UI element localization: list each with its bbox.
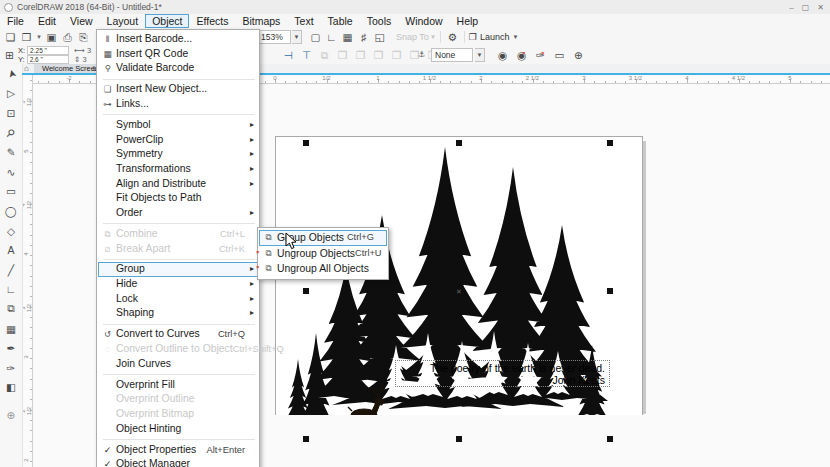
menu-item-align-and-distribute[interactable]: Align and Distribute: [98, 177, 258, 192]
selection-handle[interactable]: [456, 436, 462, 442]
menu-item-insert-barcode[interactable]: ⫴ Insert Barcode...: [98, 32, 258, 47]
toolbar-button-show-rulers[interactable]: ∟: [324, 28, 339, 46]
y-position-field[interactable]: 2.6 ": [27, 55, 69, 64]
menu-bitmaps[interactable]: Bitmaps: [235, 14, 287, 28]
close-button[interactable]: ✕: [817, 3, 824, 12]
menu-item-validate-barcode[interactable]: ⚲ Validate Barcode: [98, 61, 258, 76]
selection-handle[interactable]: [303, 288, 309, 294]
selection-handle[interactable]: [607, 288, 613, 294]
menu-object[interactable]: Object: [145, 14, 189, 28]
selection-handle[interactable]: [456, 140, 462, 146]
menu-item-object-properties[interactable]: Object Properties Alt+Enter: [98, 443, 258, 458]
tool-mesh-fill-tool[interactable]: ▦: [0, 319, 22, 339]
selection-handle[interactable]: [607, 436, 613, 442]
launch-button[interactable]: ❐ Launch ▼: [469, 32, 519, 42]
toolbar-button-export[interactable]: ◱: [372, 28, 387, 46]
tool-polygon-tool[interactable]: ◇: [0, 221, 22, 241]
options-gear-icon[interactable]: ⚙: [445, 28, 460, 46]
menu-help[interactable]: Help: [450, 14, 486, 28]
tool-artistic-media-tool[interactable]: ∿: [0, 162, 22, 182]
menu-item-symmetry[interactable]: Symmetry: [98, 147, 258, 162]
selection-handle[interactable]: [303, 436, 309, 442]
property-button-trim[interactable]: ❐: [353, 46, 368, 64]
property-button-remove-fill[interactable]: ◉: [514, 46, 529, 64]
toolbar-button-full-screen-preview[interactable]: ▢: [308, 28, 323, 46]
menu-item-convert-outline-to-object[interactable]: ◌ Convert Outline to Object Ctrl+Shift+Q: [98, 342, 258, 357]
menu-item-group[interactable]: Group: [98, 262, 258, 277]
tool-dimension-tool[interactable]: ╱: [0, 260, 22, 280]
menu-item-transformations[interactable]: Transformations: [98, 162, 258, 177]
menu-item-fit-objects-to-path[interactable]: Fit Objects to Path: [98, 191, 258, 206]
menu-item-lock[interactable]: Lock: [98, 292, 258, 307]
menu-item-object-hinting[interactable]: Object Hinting: [98, 422, 258, 437]
menu-item-shaping[interactable]: Shaping: [98, 306, 258, 321]
property-button-remove-outline[interactable]: ✑: [533, 46, 548, 64]
toolbar-button-save[interactable]: ▣: [44, 28, 59, 46]
menu-item-overprint-outline[interactable]: Overprint Outline: [98, 392, 258, 407]
menu-window[interactable]: Window: [398, 14, 449, 28]
submenu-item-ungroup-objects[interactable]: ⧉ Ungroup Objects Ctrl+U: [259, 246, 387, 262]
x-position-field[interactable]: 2.25 ": [27, 46, 69, 55]
tool-ellipse-tool[interactable]: ◯: [0, 201, 22, 221]
menu-item-symbol[interactable]: Symbol: [98, 118, 258, 133]
menu-tools[interactable]: Tools: [360, 14, 399, 28]
home-icon[interactable]: ⌂: [24, 64, 29, 73]
property-button-combine[interactable]: ⧉: [317, 46, 332, 64]
menu-item-insert-new-object[interactable]: ❏ Insert New Object...: [98, 82, 258, 97]
tool-text-tool[interactable]: A: [0, 240, 22, 260]
minimize-button[interactable]: –: [789, 3, 793, 12]
width-field-fragment[interactable]: ⟷ 3: [74, 47, 91, 55]
tool-freehand-tool[interactable]: ✎: [0, 142, 22, 162]
toolbar-button-print[interactable]: ⎙: [60, 28, 75, 46]
menu-file[interactable]: File: [0, 14, 31, 28]
menu-edit[interactable]: Edit: [31, 14, 63, 28]
menu-item-hide[interactable]: Hide: [98, 277, 258, 292]
menu-view[interactable]: View: [63, 14, 100, 28]
tool-rectangle-tool[interactable]: ▭: [0, 182, 22, 202]
property-button-mirror-horizontal[interactable]: ⊣: [281, 46, 296, 64]
toolbar-button-open-dropdown[interactable]: ▾: [35, 28, 43, 46]
tool-shape-tool[interactable]: ▷: [0, 84, 22, 104]
zoom-level-dropdown-arrow[interactable]: ▼: [292, 30, 302, 44]
tool-add-tool-button[interactable]: ⊕: [0, 405, 22, 425]
toolbar-button-open[interactable]: ❒: [19, 28, 34, 46]
vertical-ruler[interactable]: 5 1/254 1/243 1/232 1/22: [22, 75, 33, 467]
toolbar-button-show-guidelines[interactable]: ♯: [356, 28, 371, 46]
outline-width-combo[interactable]: None: [431, 48, 473, 62]
maximize-button[interactable]: ▢: [802, 3, 810, 12]
height-field-fragment[interactable]: ⇕ 3: [74, 56, 87, 64]
menu-item-overprint-fill[interactable]: Overprint Fill: [98, 378, 258, 393]
menu-layout[interactable]: Layout: [100, 14, 146, 28]
property-button-intersect[interactable]: ❐: [371, 46, 386, 64]
tool-transparency-tool[interactable]: ⧉: [0, 299, 22, 319]
property-button-add-plus[interactable]: ⊕: [571, 46, 586, 64]
menu-item-order[interactable]: Order: [98, 206, 258, 221]
property-button-simplify[interactable]: ❐: [389, 46, 404, 64]
menu-item-object-manager[interactable]: Object Manager: [98, 457, 258, 467]
submenu-item-ungroup-all-objects[interactable]: ⧉ Ungroup All Objects: [259, 261, 387, 277]
menu-item-overprint-bitmap[interactable]: Overprint Bitmap: [98, 407, 258, 422]
selection-center-marker[interactable]: ✕: [456, 288, 462, 295]
menu-item-break-apart[interactable]: ⧄ Break Apart Ctrl+K: [98, 242, 258, 257]
menu-text[interactable]: Text: [287, 14, 320, 28]
menu-item-convert-to-curves[interactable]: ↺ Convert to Curves Ctrl+Q: [98, 327, 258, 342]
menu-effects[interactable]: Effects: [189, 14, 235, 28]
outline-width-dropdown-arrow[interactable]: ▼: [475, 48, 485, 62]
property-button-mirror-vertical[interactable]: ⊤: [299, 46, 314, 64]
tool-zoom-tool[interactable]: ⚲: [0, 123, 22, 143]
property-button-text-wrap[interactable]: ▭: [552, 46, 567, 64]
property-button-weld[interactable]: ❐: [335, 46, 350, 64]
toolbar-button-paste[interactable]: ⎘: [76, 28, 91, 46]
selection-handle[interactable]: [303, 140, 309, 146]
toolbar-button-show-grid[interactable]: ▦: [340, 28, 355, 46]
quote-text-box[interactable]: The poetry of the earth is never dead. J…: [395, 360, 610, 387]
submenu-item-group-objects[interactable]: ⧉ Group Objects Ctrl+G: [259, 230, 387, 246]
tool-eyedropper-tool[interactable]: ✒: [0, 338, 22, 358]
tool-connector-tool[interactable]: ∟: [0, 280, 22, 300]
tool-interactive-fill-tool[interactable]: ◧: [0, 378, 22, 398]
menu-table[interactable]: Table: [321, 14, 360, 28]
menu-item-links[interactable]: ⊶ Links...: [98, 97, 258, 112]
menu-item-powerclip[interactable]: PowerClip: [98, 133, 258, 148]
tool-outline-pen-tool[interactable]: ✑: [0, 358, 22, 378]
menu-item-combine[interactable]: ⧉ Combine Ctrl+L: [98, 227, 258, 242]
